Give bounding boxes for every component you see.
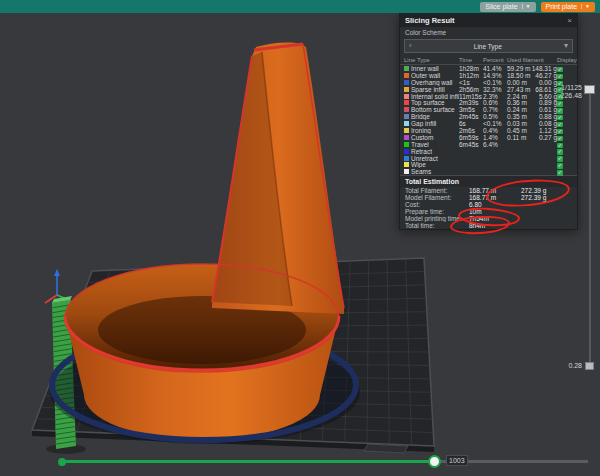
total-label: Prepare time:	[405, 208, 469, 215]
total-label: Cost:	[405, 201, 469, 208]
total-label: Model printing time:	[405, 215, 469, 222]
color-scheme-select[interactable]: ‹ Line Type ▾	[404, 39, 573, 53]
total-label: Total time:	[405, 222, 469, 229]
print-plate-button[interactable]: Print plate ▼	[541, 2, 595, 12]
total-value-1: 6.80	[469, 201, 521, 208]
line-type-row: Retract	[400, 148, 577, 155]
line-type-row: Bottom surface3m5s0.7%0.24 m0.61 g	[400, 106, 577, 113]
line-type-color-swatch	[404, 128, 409, 133]
move-slider-value: 1003	[446, 455, 468, 466]
caret-down-icon[interactable]: ▼	[581, 4, 590, 9]
line-type-table: Inner wall1h28m41.4%59.29 m148.31 gOuter…	[400, 65, 577, 175]
percent-value: 6.4%	[483, 141, 507, 148]
filament-values: 0.11 m0.27 g	[507, 134, 557, 141]
slice-plate-label: Slice plate	[485, 3, 517, 10]
col-used-filament: Used filament	[507, 57, 557, 63]
layer-slider-labels: 1/1125 226.48	[550, 84, 582, 100]
line-type-color-swatch	[404, 142, 409, 147]
layer-slider-track[interactable]	[589, 88, 591, 368]
chevron-left-icon[interactable]: ‹	[409, 42, 412, 50]
line-type-row: Seams	[400, 168, 577, 175]
line-type-color-swatch	[404, 100, 409, 105]
line-type-row: Gap infill6s<0.1%0.03 m0.08 g	[400, 120, 577, 127]
total-label: Model Filament:	[405, 194, 469, 201]
total-value-1: 7h54m	[469, 215, 521, 222]
line-type-row: Travel6m45s6.4%	[400, 141, 577, 148]
total-value-2: 272.39 g	[521, 187, 575, 194]
line-type-label: Seams	[411, 168, 431, 175]
total-estimation-row: Cost:6.80	[400, 201, 577, 208]
line-type-color-swatch	[404, 73, 409, 78]
total-value-1: 168.77 m	[469, 194, 521, 201]
display-checkbox[interactable]	[557, 170, 563, 176]
layer-height-label: 226.48	[550, 92, 582, 100]
line-type-color-swatch	[404, 66, 409, 71]
total-estimation-table: Total Filament:168.77 m272.39 gModel Fil…	[400, 187, 577, 229]
line-type-color-swatch	[404, 87, 409, 92]
panel-title-bar: Slicing Result ×	[400, 13, 577, 27]
col-line-type: Line Type	[404, 57, 459, 63]
table-header: Line Type Time Percent Used filament Dis…	[400, 55, 577, 65]
line-type-row: Top surface2m39s0.6%0.36 m0.89 g	[400, 99, 577, 106]
total-label: Total Filament:	[405, 187, 469, 194]
plate-handle-tab	[364, 444, 408, 453]
layer-slider-bottom-label: 0.28	[556, 362, 582, 369]
time-value: 6m45s	[459, 141, 483, 148]
line-type-color-swatch	[404, 114, 409, 119]
total-estimation-row: Total time:8h4m	[400, 222, 577, 229]
panel-title: Slicing Result	[405, 16, 455, 25]
layer-slider-bottom-handle[interactable]	[585, 362, 594, 370]
line-type-color-swatch	[404, 107, 409, 112]
line-type-color-swatch	[404, 94, 409, 99]
col-time: Time	[459, 57, 483, 63]
total-estimation-row: Model printing time:7h54m	[400, 215, 577, 222]
top-bar: Slice plate ▼ Print plate ▼	[0, 0, 600, 13]
color-scheme-label: Color Scheme	[405, 29, 446, 36]
chevron-down-icon[interactable]: ▾	[564, 42, 568, 50]
line-type-row: Inner wall1h28m41.4%59.29 m148.31 g	[400, 65, 577, 72]
move-slider-left-handle[interactable]	[58, 458, 66, 466]
total-estimation-row: Prepare time:10m	[400, 208, 577, 215]
line-type-row: Custom6m59s1.4%0.11 m0.27 g	[400, 134, 577, 141]
move-slider-active-track[interactable]	[64, 460, 432, 463]
layer-number-label: 1/1125	[550, 84, 582, 92]
caret-down-icon[interactable]: ▼	[522, 4, 531, 9]
line-type-row: Wipe	[400, 161, 577, 168]
line-type-color-swatch	[404, 162, 409, 167]
line-type-color-swatch	[404, 149, 409, 154]
col-percent: Percent	[483, 57, 507, 63]
line-type-color-swatch	[404, 135, 409, 140]
total-value-1: 8h4m	[469, 222, 521, 229]
line-type-row: Bridge2m45s0.5%0.35 m0.88 g	[400, 113, 577, 120]
line-type-color-swatch	[404, 169, 409, 174]
col-display: Display	[557, 57, 575, 63]
line-type-row: Ironing2m6s0.4%0.45 m1.12 g	[400, 127, 577, 134]
line-type-color-swatch	[404, 121, 409, 126]
line-type-color-swatch	[404, 80, 409, 85]
layer-slider-top-handle[interactable]	[584, 85, 595, 94]
color-scheme-value: Line Type	[474, 43, 502, 50]
line-type-row: Outer wall1h12m14.9%18.50 m46.27 g	[400, 72, 577, 79]
slice-plate-button[interactable]: Slice plate ▼	[480, 2, 535, 12]
total-value-1: 168.77 m	[469, 187, 521, 194]
line-type-row: Unretract	[400, 155, 577, 162]
total-value-2: 272.39 g	[521, 194, 575, 201]
print-plate-label: Print plate	[546, 3, 578, 10]
total-estimation-title: Total Estimation	[400, 175, 577, 187]
close-icon[interactable]: ×	[567, 16, 572, 25]
move-slider-handle[interactable]	[428, 455, 441, 468]
line-type-color-swatch	[404, 156, 409, 161]
total-value-1: 10m	[469, 208, 521, 215]
slicing-result-panel: Slicing Result × Color Scheme ‹ Line Typ…	[399, 12, 578, 230]
total-estimation-row: Model Filament:168.77 m272.39 g	[400, 194, 577, 201]
total-estimation-row: Total Filament:168.77 m272.39 g	[400, 187, 577, 194]
